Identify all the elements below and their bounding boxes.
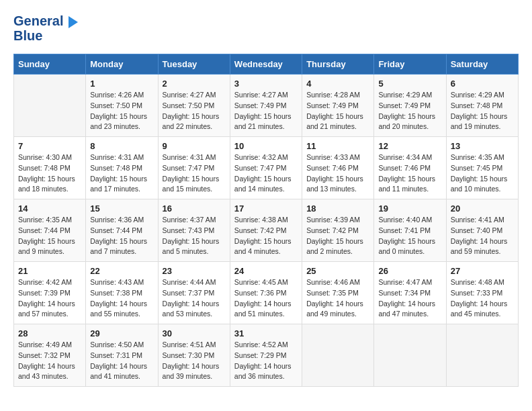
calendar-cell: 28Sunrise: 4:49 AMSunset: 7:32 PMDayligh… [14,324,86,387]
day-info: Sunrise: 4:27 AMSunset: 7:50 PMDaylight:… [163,90,226,132]
calendar-cell: 15Sunrise: 4:36 AMSunset: 7:44 PMDayligh… [86,199,158,262]
calendar-cell [302,324,374,387]
week-row-3: 14Sunrise: 4:35 AMSunset: 7:44 PMDayligh… [14,199,519,262]
calendar-cell: 3Sunrise: 4:27 AMSunset: 7:49 PMDaylight… [230,75,302,137]
day-info: Sunrise: 4:31 AMSunset: 7:47 PMDaylight:… [163,152,226,195]
calendar-cell [14,75,86,137]
day-info: Sunrise: 4:38 AMSunset: 7:42 PMDaylight:… [234,215,298,257]
calendar-cell: 12Sunrise: 4:34 AMSunset: 7:46 PMDayligh… [374,137,446,199]
day-number: 5 [378,79,441,89]
day-info: Sunrise: 4:41 AMSunset: 7:40 PMDaylight:… [451,215,514,257]
weekday-header-friday: Friday [374,54,446,75]
day-number: 1 [90,79,153,89]
day-number: 8 [90,141,153,151]
calendar-cell: 27Sunrise: 4:48 AMSunset: 7:33 PMDayligh… [446,262,518,324]
day-number: 23 [163,266,226,276]
weekday-header-monday: Monday [86,54,158,75]
calendar-cell: 5Sunrise: 4:29 AMSunset: 7:49 PMDaylight… [374,75,446,137]
calendar-cell: 21Sunrise: 4:42 AMSunset: 7:39 PMDayligh… [14,262,86,324]
day-info: Sunrise: 4:50 AMSunset: 7:31 PMDaylight:… [90,340,153,382]
day-number: 18 [306,203,369,214]
calendar-cell: 19Sunrise: 4:40 AMSunset: 7:41 PMDayligh… [374,199,446,262]
calendar-cell: 31Sunrise: 4:52 AMSunset: 7:29 PMDayligh… [230,324,302,387]
day-info: Sunrise: 4:48 AMSunset: 7:33 PMDaylight:… [451,277,514,320]
day-number: 21 [18,266,81,276]
day-number: 26 [378,266,441,276]
calendar-cell: 9Sunrise: 4:31 AMSunset: 7:47 PMDaylight… [158,137,230,199]
day-info: Sunrise: 4:39 AMSunset: 7:42 PMDaylight:… [306,215,369,257]
calendar-cell: 16Sunrise: 4:37 AMSunset: 7:43 PMDayligh… [158,199,230,262]
day-number: 6 [451,79,514,89]
day-info: Sunrise: 4:49 AMSunset: 7:32 PMDaylight:… [18,340,81,382]
calendar-cell: 20Sunrise: 4:41 AMSunset: 7:40 PMDayligh… [446,199,518,262]
day-number: 29 [90,328,153,338]
logo-wrap: General Blue [13,13,78,43]
day-number: 14 [18,203,81,214]
day-info: Sunrise: 4:52 AMSunset: 7:29 PMDaylight:… [234,340,298,382]
weekday-header-row: SundayMondayTuesdayWednesdayThursdayFrid… [14,54,519,75]
day-info: Sunrise: 4:43 AMSunset: 7:38 PMDaylight:… [90,277,153,320]
calendar-cell: 10Sunrise: 4:32 AMSunset: 7:47 PMDayligh… [230,137,302,199]
day-info: Sunrise: 4:40 AMSunset: 7:41 PMDaylight:… [378,215,441,257]
day-info: Sunrise: 4:28 AMSunset: 7:49 PMDaylight:… [306,90,369,132]
calendar-cell: 6Sunrise: 4:29 AMSunset: 7:48 PMDaylight… [446,75,518,137]
calendar-cell: 18Sunrise: 4:39 AMSunset: 7:42 PMDayligh… [302,199,374,262]
day-number: 31 [234,328,298,338]
day-info: Sunrise: 4:46 AMSunset: 7:35 PMDaylight:… [306,277,369,320]
weekday-header-saturday: Saturday [446,54,518,75]
calendar-cell: 8Sunrise: 4:31 AMSunset: 7:48 PMDaylight… [86,137,158,199]
calendar-cell: 1Sunrise: 4:26 AMSunset: 7:50 PMDaylight… [86,75,158,137]
day-info: Sunrise: 4:29 AMSunset: 7:49 PMDaylight:… [378,90,441,132]
day-number: 24 [234,266,298,276]
calendar-cell: 11Sunrise: 4:33 AMSunset: 7:46 PMDayligh… [302,137,374,199]
day-number: 22 [90,266,153,276]
calendar-cell: 7Sunrise: 4:30 AMSunset: 7:48 PMDaylight… [14,137,86,199]
calendar-cell: 29Sunrise: 4:50 AMSunset: 7:31 PMDayligh… [86,324,158,387]
day-info: Sunrise: 4:47 AMSunset: 7:34 PMDaylight:… [378,277,441,320]
weekday-header-wednesday: Wednesday [230,54,302,75]
day-number: 4 [306,79,369,89]
day-number: 27 [451,266,514,276]
calendar-cell: 30Sunrise: 4:51 AMSunset: 7:30 PMDayligh… [158,324,230,387]
weekday-header-sunday: Sunday [14,54,86,75]
calendar-cell: 13Sunrise: 4:35 AMSunset: 7:45 PMDayligh… [446,137,518,199]
calendar-cell: 22Sunrise: 4:43 AMSunset: 7:38 PMDayligh… [86,262,158,324]
calendar-table: SundayMondayTuesdayWednesdayThursdayFrid… [13,54,519,387]
week-row-2: 7Sunrise: 4:30 AMSunset: 7:48 PMDaylight… [14,137,519,199]
day-number: 10 [234,141,298,151]
day-info: Sunrise: 4:33 AMSunset: 7:46 PMDaylight:… [306,152,369,195]
day-number: 17 [234,203,298,214]
logo: General Blue [13,13,78,43]
day-info: Sunrise: 4:30 AMSunset: 7:48 PMDaylight:… [18,152,81,195]
day-number: 13 [451,141,514,151]
day-number: 15 [90,203,153,214]
day-info: Sunrise: 4:44 AMSunset: 7:37 PMDaylight:… [163,277,226,320]
calendar-cell: 14Sunrise: 4:35 AMSunset: 7:44 PMDayligh… [14,199,86,262]
page-header: General Blue [13,13,519,43]
calendar-cell: 24Sunrise: 4:45 AMSunset: 7:36 PMDayligh… [230,262,302,324]
day-info: Sunrise: 4:31 AMSunset: 7:48 PMDaylight:… [90,152,153,195]
day-info: Sunrise: 4:35 AMSunset: 7:45 PMDaylight:… [451,152,514,195]
week-row-4: 21Sunrise: 4:42 AMSunset: 7:39 PMDayligh… [14,262,519,324]
day-number: 7 [18,141,81,151]
day-number: 9 [163,141,226,151]
calendar-cell [374,324,446,387]
day-number: 3 [234,79,298,89]
day-info: Sunrise: 4:45 AMSunset: 7:36 PMDaylight:… [234,277,298,320]
weekday-header-tuesday: Tuesday [158,54,230,75]
day-number: 11 [306,141,369,151]
day-number: 30 [163,328,226,338]
day-number: 16 [163,203,226,214]
calendar-cell: 23Sunrise: 4:44 AMSunset: 7:37 PMDayligh… [158,262,230,324]
week-row-5: 28Sunrise: 4:49 AMSunset: 7:32 PMDayligh… [14,324,519,387]
calendar-cell: 4Sunrise: 4:28 AMSunset: 7:49 PMDaylight… [302,75,374,137]
calendar-cell: 26Sunrise: 4:47 AMSunset: 7:34 PMDayligh… [374,262,446,324]
day-info: Sunrise: 4:42 AMSunset: 7:39 PMDaylight:… [18,277,81,320]
calendar-cell: 17Sunrise: 4:38 AMSunset: 7:42 PMDayligh… [230,199,302,262]
day-info: Sunrise: 4:26 AMSunset: 7:50 PMDaylight:… [90,90,153,132]
weekday-header-thursday: Thursday [302,54,374,75]
day-number: 2 [163,79,226,89]
day-number: 12 [378,141,441,151]
logo-text: General Blue [13,13,78,43]
day-info: Sunrise: 4:34 AMSunset: 7:46 PMDaylight:… [378,152,441,195]
